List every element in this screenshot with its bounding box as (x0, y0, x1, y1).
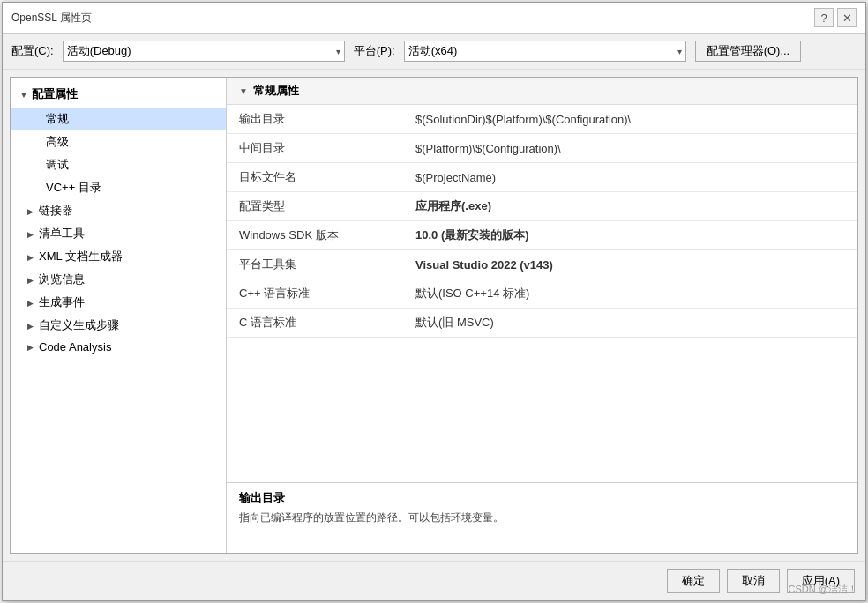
prop-value: $(Platform)\$(Configuration)\ (403, 134, 857, 163)
title-bar: OpenSSL 属性页 ? ✕ (3, 3, 865, 34)
config-row: 配置(C): 活动(Debug) 平台(P): 活动(x64) 配置管理器(O)… (3, 34, 865, 70)
tree-item-debug[interactable]: 调试 (11, 153, 226, 176)
description-text: 指向已编译程序的放置位置的路径。可以包括环境变量。 (239, 510, 845, 525)
help-button[interactable]: ? (814, 8, 834, 27)
tree-item-xml-gen[interactable]: XML 文档生成器 (11, 245, 226, 268)
prop-value: 默认(旧 MSVC) (403, 309, 857, 338)
main-content: ▼ 配置属性 常规 高级 调试 VC++ 目录 链接器 清单工具 (10, 77, 858, 554)
browse-toggle-icon (25, 275, 35, 285)
tree-item-code-analysis-label: Code Analysis (39, 340, 111, 354)
platform-select[interactable]: 活动(x64) (404, 41, 686, 62)
prop-value: 10.0 (最新安装的版本) (403, 221, 857, 250)
description-panel: 输出目录 指向已编译程序的放置位置的路径。可以包括环境变量。 (227, 482, 857, 553)
prop-name: C 语言标准 (227, 309, 403, 338)
tree-item-build-events[interactable]: 生成事件 (11, 291, 226, 314)
watermark: CSDN @洁洁！ (789, 583, 857, 596)
tree-item-debug-label: 调试 (46, 157, 69, 173)
config-select[interactable]: 活动(Debug) (63, 41, 345, 62)
prop-value: $(SolutionDir)$(Platform)\$(Configuratio… (403, 105, 857, 134)
platform-label: 平台(P): (354, 43, 395, 59)
prop-name: Windows SDK 版本 (227, 221, 403, 250)
prop-name: 输出目录 (227, 105, 403, 134)
table-row[interactable]: 平台工具集Visual Studio 2022 (v143) (227, 250, 857, 279)
tree-item-code-analysis[interactable]: Code Analysis (11, 337, 226, 357)
right-content: ▼ 常规属性 输出目录$(SolutionDir)$(Platform)\$(C… (227, 78, 857, 482)
platform-value: 活动(x64) (408, 43, 458, 59)
tree-item-advanced-label: 高级 (46, 134, 69, 150)
tree-item-custom-build[interactable]: 自定义生成步骤 (11, 314, 226, 337)
section-title: 常规属性 (253, 83, 299, 99)
tree-item-linker[interactable]: 链接器 (11, 199, 226, 222)
custom-build-toggle-icon (25, 321, 35, 331)
left-panel: ▼ 配置属性 常规 高级 调试 VC++ 目录 链接器 清单工具 (11, 78, 227, 553)
linker-toggle-icon (25, 206, 35, 216)
table-row[interactable]: 中间目录$(Platform)\$(Configuration)\ (227, 134, 857, 163)
tree-item-general-label: 常规 (46, 111, 69, 127)
build-events-toggle-icon (25, 298, 35, 308)
right-panel: ▼ 常规属性 输出目录$(SolutionDir)$(Platform)\$(C… (227, 78, 857, 553)
xml-gen-toggle-icon (25, 252, 35, 262)
dialog-title: OpenSSL 属性页 (11, 11, 92, 26)
left-panel-header: ▼ 配置属性 (11, 81, 226, 108)
prop-name: 中间目录 (227, 134, 403, 163)
tree-item-browse-label: 浏览信息 (39, 272, 85, 287)
tree-item-xml-gen-label: XML 文档生成器 (39, 249, 123, 264)
prop-value: 应用程序(.exe) (403, 192, 857, 221)
manifest-toggle-icon (25, 229, 35, 239)
tree-item-linker-label: 链接器 (39, 203, 73, 219)
config-value: 活动(Debug) (67, 43, 131, 59)
platform-dropdown-arrow (677, 47, 682, 56)
tree-item-browse[interactable]: 浏览信息 (11, 268, 226, 291)
config-manager-button[interactable]: 配置管理器(O)... (695, 41, 802, 62)
tree-item-vc-dirs-label: VC++ 目录 (46, 180, 101, 196)
section-header: ▼ 常规属性 (227, 78, 857, 105)
tree-item-custom-build-label: 自定义生成步骤 (39, 317, 119, 333)
tree-item-manifest-label: 清单工具 (39, 226, 85, 242)
prop-name: C++ 语言标准 (227, 279, 403, 309)
table-row[interactable]: C++ 语言标准默认(ISO C++14 标准) (227, 279, 857, 309)
table-row[interactable]: C 语言标准默认(旧 MSVC) (227, 309, 857, 338)
prop-value: 默认(ISO C++14 标准) (403, 279, 857, 309)
prop-name: 平台工具集 (227, 250, 403, 279)
prop-name: 配置类型 (227, 192, 403, 221)
config-dropdown-arrow (336, 47, 340, 56)
table-row[interactable]: 输出目录$(SolutionDir)$(Platform)\$(Configur… (227, 105, 857, 134)
tree-item-build-events-label: 生成事件 (39, 294, 85, 310)
title-bar-buttons: ? ✕ (814, 8, 857, 27)
prop-name: 目标文件名 (227, 163, 403, 192)
description-title: 输出目录 (239, 490, 845, 506)
footer: 确定 取消 应用(A) (3, 561, 865, 600)
prop-value: Visual Studio 2022 (v143) (403, 250, 857, 279)
config-label: 配置(C): (11, 43, 54, 59)
prop-value: $(ProjectName) (403, 163, 857, 192)
tree-item-advanced[interactable]: 高级 (11, 130, 226, 153)
dialog: OpenSSL 属性页 ? ✕ 配置(C): 活动(Debug) 平台(P): … (2, 2, 866, 601)
left-panel-title: 配置属性 (32, 86, 78, 102)
table-row[interactable]: 目标文件名$(ProjectName) (227, 163, 857, 192)
table-row[interactable]: Windows SDK 版本10.0 (最新安装的版本) (227, 221, 857, 250)
close-button[interactable]: ✕ (837, 8, 857, 27)
tree-item-manifest[interactable]: 清单工具 (11, 222, 226, 245)
cancel-button[interactable]: 取消 (727, 569, 780, 593)
properties-table: 输出目录$(SolutionDir)$(Platform)\$(Configur… (227, 105, 857, 338)
ok-button[interactable]: 确定 (667, 569, 720, 593)
code-analysis-toggle-icon (25, 342, 35, 352)
tree-item-general[interactable]: 常规 (11, 108, 226, 130)
tree-item-vc-dirs[interactable]: VC++ 目录 (11, 176, 226, 199)
table-row[interactable]: 配置类型应用程序(.exe) (227, 192, 857, 221)
